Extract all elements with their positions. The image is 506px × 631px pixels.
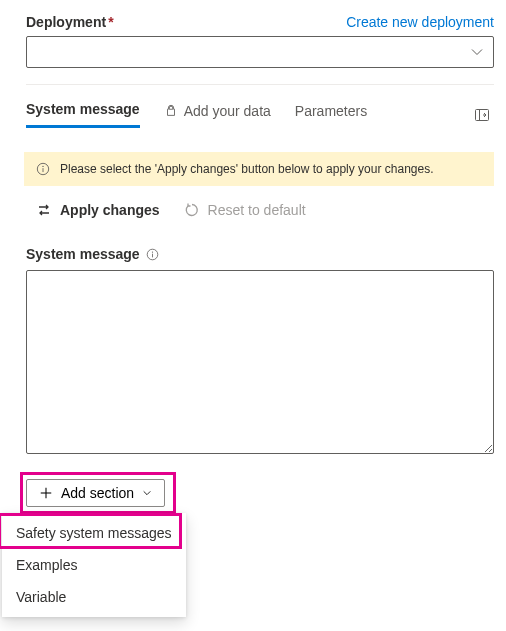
tab-system-message[interactable]: System message [26, 101, 140, 128]
actions-row: Apply changes Reset to default [26, 202, 494, 218]
menu-item-examples[interactable]: Examples [2, 549, 186, 581]
tab-parameters[interactable]: Parameters [295, 103, 367, 127]
add-section-menu: Safety system messages Examples Variable [2, 513, 186, 617]
lock-icon [164, 104, 178, 118]
reset-to-default-button: Reset to default [184, 202, 306, 218]
svg-point-6 [151, 251, 152, 252]
add-section-button[interactable]: Add section [26, 479, 165, 507]
info-icon [36, 162, 50, 176]
divider [26, 84, 494, 85]
system-message-textarea[interactable] [26, 270, 494, 454]
tab-add-your-data[interactable]: Add your data [164, 103, 271, 127]
deployment-label: Deployment* [26, 14, 114, 30]
swap-icon [36, 202, 52, 218]
menu-item-variable[interactable]: Variable [2, 581, 186, 613]
tabs: System message Add your data Parameters [26, 101, 494, 128]
apply-changes-notice: Please select the 'Apply changes' button… [24, 152, 494, 186]
create-deployment-link[interactable]: Create new deployment [346, 14, 494, 30]
collapse-panel-button[interactable] [470, 103, 494, 127]
deployment-select[interactable] [26, 36, 494, 68]
menu-item-safety[interactable]: Safety system messages [2, 517, 186, 549]
info-icon [146, 248, 159, 261]
chevron-down-icon [471, 46, 483, 58]
required-asterisk: * [108, 14, 113, 30]
apply-changes-button[interactable]: Apply changes [36, 202, 160, 218]
chevron-down-icon [142, 488, 152, 498]
reset-icon [184, 202, 200, 218]
system-message-label: System message [26, 246, 494, 262]
plus-icon [39, 486, 53, 500]
svg-point-3 [42, 166, 43, 167]
